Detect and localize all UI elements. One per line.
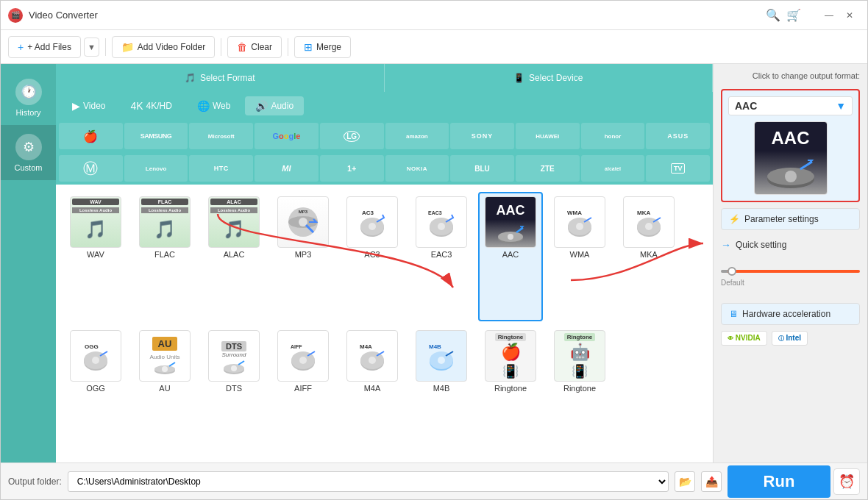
ringtone-apple-label: Ringtone xyxy=(494,384,527,393)
brand-sony[interactable]: SONY xyxy=(450,123,514,149)
cart-icon[interactable]: 🛒 xyxy=(783,8,804,23)
cat-video-button[interactable]: ▶ Video xyxy=(62,96,115,115)
svg-text:M4B: M4B xyxy=(429,343,441,350)
sidebar-item-history[interactable]: 🕐 History xyxy=(1,70,56,125)
format-wma[interactable]: WMA WMA xyxy=(547,192,612,321)
brand-lenovo[interactable]: Lenovo xyxy=(124,155,188,182)
quick-setting-label: Quick setting xyxy=(736,240,786,250)
brand-row-1: 🍎 SAMSUNG Microsoft Google LG amazon SON… xyxy=(56,120,713,152)
right-panel: Click to change output format: AAC ▼ AAC xyxy=(713,64,867,463)
format-dropdown-arrow[interactable]: ▼ xyxy=(836,100,846,112)
mp3-label: MP3 xyxy=(295,250,312,259)
search-icon[interactable]: 🔍 xyxy=(763,8,783,23)
output-format-select[interactable]: AAC ▼ xyxy=(728,96,853,115)
toolbar: + + Add Files ▼ 📁 Add Video Folder 🗑 Cle… xyxy=(1,30,867,64)
merge-button[interactable]: ⊞ Merge xyxy=(294,36,351,58)
brand-huawei[interactable]: HUAWEI xyxy=(516,123,580,149)
hw-accel-icon: 🖥 xyxy=(729,309,738,319)
format-ogg[interactable]: OGG OGG xyxy=(63,326,128,455)
intel-badge[interactable]: ⓘ Intel xyxy=(772,331,808,346)
brand-amazon[interactable]: amazon xyxy=(385,123,449,149)
format-ringtone-android[interactable]: Ringtone 🤖 📳 Ringtone xyxy=(547,326,612,455)
brand-tv[interactable]: TV xyxy=(646,155,710,182)
close-button[interactable]: ✕ xyxy=(839,8,860,23)
run-button[interactable]: Run xyxy=(728,465,830,498)
brand-nokia[interactable]: NOKIA xyxy=(385,155,449,182)
wav-label: WAV xyxy=(87,250,104,259)
format-mka[interactable]: MKA MKA xyxy=(616,192,681,321)
select-format-tab[interactable]: 🎵 Select Format xyxy=(56,64,385,92)
format-aac[interactable]: AAC AAC xyxy=(478,192,543,321)
svg-point-29 xyxy=(162,366,168,372)
select-device-tab[interactable]: 📱 Select Device xyxy=(385,64,714,92)
format-dts[interactable]: DTS Surround DTS xyxy=(202,326,266,455)
brand-microsoft[interactable]: Microsoft xyxy=(189,123,253,149)
format-flac[interactable]: FLAC Lossless Audio 🎵 FLAC xyxy=(132,192,197,321)
format-eac3[interactable]: EAC3 EAC3 xyxy=(409,192,474,321)
quick-setting-row: → Quick setting xyxy=(721,236,860,254)
ac3-label: AC3 xyxy=(364,250,380,259)
add-folder-button[interactable]: 📁 Add Video Folder xyxy=(112,36,216,58)
sidebar-custom-label: Custom xyxy=(15,163,43,172)
format-ac3[interactable]: AC3 AC3 xyxy=(340,192,405,321)
brand-motorola[interactable]: Ⓜ xyxy=(59,155,123,182)
minimize-button[interactable]: — xyxy=(819,8,839,23)
brand-asus[interactable]: ASUS xyxy=(646,123,710,149)
merge-label: Merge xyxy=(316,42,341,52)
speed-slider[interactable] xyxy=(721,270,860,273)
brand-apple[interactable]: 🍎 xyxy=(59,123,123,149)
divider-3 xyxy=(288,38,288,56)
brand-lg[interactable]: LG xyxy=(320,123,384,149)
sidebar-history-label: History xyxy=(15,108,40,117)
format-m4b[interactable]: M4B M4B xyxy=(409,326,474,455)
clear-button[interactable]: 🗑 Clear xyxy=(227,36,282,58)
nvidia-label: NVIDIA xyxy=(736,334,761,342)
web-cat-label: Web xyxy=(213,101,230,111)
alarm-button[interactable]: ⏰ xyxy=(833,468,860,495)
output-path-select[interactable]: C:\Users\Administrator\Desktop xyxy=(68,471,669,492)
format-m4a[interactable]: M4A M4A xyxy=(340,326,405,455)
svg-point-35 xyxy=(299,357,307,364)
browse-folder-button[interactable]: 📂 xyxy=(675,471,695,492)
brand-alcatel[interactable]: alcatel xyxy=(581,155,645,182)
mka-label: MKA xyxy=(640,250,658,259)
hardware-acceleration-button[interactable]: 🖥 Hardware acceleration xyxy=(721,303,860,325)
add-files-dropdown[interactable]: ▼ xyxy=(84,38,99,57)
intel-label: Intel xyxy=(786,334,801,342)
sidebar-item-custom[interactable]: ⚙ Custom xyxy=(1,125,56,180)
window-title: Video Converter xyxy=(29,10,763,21)
brand-blu[interactable]: BLU xyxy=(450,155,514,182)
format-alac[interactable]: ALAC Lossless Audio 🎵 ALAC xyxy=(202,192,266,321)
export-icon: 📤 xyxy=(705,476,718,488)
speed-default-label: Default xyxy=(721,279,860,287)
parameter-settings-button[interactable]: ⚡ Parameter settings xyxy=(721,208,860,230)
add-files-button[interactable]: + + Add Files xyxy=(8,36,81,58)
folder-icon: 📂 xyxy=(679,476,691,488)
format-mp3[interactable]: MP3 MP3 xyxy=(271,192,335,321)
cat-4k-button[interactable]: 4K 4K/HD xyxy=(120,96,182,115)
divider-2 xyxy=(221,38,221,56)
cat-audio-button[interactable]: 🔊 Audio xyxy=(245,96,304,115)
export-button[interactable]: 📤 xyxy=(701,471,722,492)
format-au[interactable]: AU Audio Units AU xyxy=(132,326,197,455)
main-area: 🕐 History ⚙ Custom 🎵 Select Format 📱 Sel… xyxy=(1,64,867,463)
wma-label: WMA xyxy=(570,250,590,259)
add-files-icon: + xyxy=(18,41,24,53)
brand-samsung[interactable]: SAMSUNG xyxy=(124,123,188,149)
brand-google[interactable]: Google xyxy=(255,123,319,149)
brand-mi[interactable]: MI xyxy=(255,155,319,182)
merge-icon: ⊞ xyxy=(304,41,313,53)
format-wav[interactable]: WAV Lossless Audio 🎵 WAV xyxy=(63,192,128,321)
brand-honor[interactable]: honor xyxy=(581,123,645,149)
format-aiff[interactable]: AIFF AIFF xyxy=(271,326,335,455)
svg-point-14 xyxy=(508,234,513,240)
output-format-preview: AAC xyxy=(754,121,828,195)
nvidia-badge[interactable]: 👁 NVIDIA xyxy=(721,331,767,346)
output-folder-label: Output folder: xyxy=(8,476,62,487)
format-ringtone-apple[interactable]: Ringtone 🍎 📳 Ringtone xyxy=(478,326,543,455)
brand-oneplus[interactable]: 1+ xyxy=(320,155,384,182)
alarm-icon: ⏰ xyxy=(839,474,855,490)
brand-htc[interactable]: HTC xyxy=(189,155,253,182)
brand-zte[interactable]: ZTE xyxy=(516,155,580,182)
cat-web-button[interactable]: 🌐 Web xyxy=(187,96,241,115)
